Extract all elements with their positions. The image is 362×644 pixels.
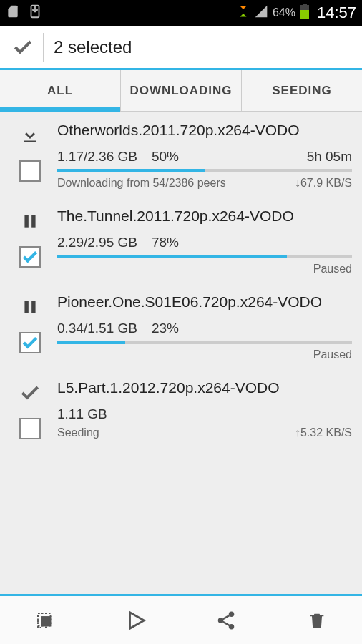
torrent-speed: ↓67.9 KB/S [295,177,352,190]
torrent-status: Seeding [57,426,99,439]
torrent-item[interactable]: L5.Part.1.2012.720p.x264-VODO 1.11 GB Se… [0,369,362,447]
bottom-action-bar [0,594,362,644]
action-bar: 2 selected [0,26,362,70]
item-checkbox[interactable] [19,160,41,182]
torrent-item[interactable]: The.Tunnel.2011.720p.x264-VODO 2.29/2.95… [0,197,362,283]
tab-all[interactable]: ALL [0,70,121,111]
tab-downloading[interactable]: DOWNLOADING [121,70,242,111]
resume-button[interactable] [91,596,182,644]
network-icon [237,5,250,21]
signal-icon [254,4,268,22]
svg-rect-9 [41,617,51,626]
item-checkbox[interactable] [19,332,41,353]
torrent-eta: 5h 05m [307,149,352,165]
torrent-speed: Paused [313,348,352,361]
torrent-item[interactable]: Otherworlds.2011.720p.x264-VODO 1.17/2.3… [0,112,362,197]
pause-icon [21,295,39,319]
done-icon [19,381,41,405]
torrent-speed: ↑5.32 KB/S [295,426,352,439]
tab-seeding[interactable]: SEEDING [242,70,362,111]
battery-icon [300,4,310,23]
selection-count: 2 selected [54,37,132,57]
svg-rect-2 [300,10,309,19]
svg-point-13 [229,624,235,630]
done-button[interactable] [7,31,39,63]
clock: 14:57 [317,4,356,22]
torrent-size: 2.29/2.95 GB [57,235,137,250]
svg-rect-6 [31,215,35,227]
torrent-size: 1.11 GB [57,406,107,422]
torrent-percent: 23% [152,321,179,336]
svg-rect-8 [31,301,35,313]
separator [43,33,44,62]
torrent-speed: Paused [313,263,352,275]
android-status-bar: 64% 14:57 [0,0,362,26]
svg-point-11 [229,611,235,617]
torrent-list: Otherworlds.2011.720p.x264-VODO 1.17/2.3… [0,112,362,447]
update-icon [27,4,43,23]
pause-icon [21,209,39,233]
torrent-percent: 50% [152,149,179,165]
svg-rect-5 [24,215,28,227]
item-checkbox[interactable] [19,418,41,439]
sdcard-icon [6,4,20,22]
svg-point-12 [218,618,224,623]
select-all-button[interactable] [0,596,91,644]
battery-percent: 64% [273,6,295,19]
tab-bar: ALL DOWNLOADING SEEDING [0,70,362,112]
torrent-status: Downloading from 54/2386 peers [57,177,226,190]
svg-rect-3 [303,4,307,6]
torrent-size: 1.17/2.36 GB [57,149,137,165]
torrent-title: The.Tunnel.2011.720p.x264-VODO [57,208,352,225]
torrent-title: L5.Part.1.2012.720p.x264-VODO [57,379,352,396]
download-icon [19,123,41,147]
svg-rect-7 [24,301,28,313]
progress-bar [57,255,352,258]
torrent-title: Otherworlds.2011.720p.x264-VODO [57,122,352,139]
torrent-title: Pioneer.One.S01E06.720p.x264-VODO [57,293,352,311]
delete-button[interactable] [272,596,363,644]
torrent-percent: 78% [152,235,179,250]
progress-bar [57,169,352,172]
progress-bar [57,341,352,344]
share-button[interactable] [181,596,272,644]
item-checkbox[interactable] [19,246,41,268]
torrent-item[interactable]: Pioneer.One.S01E06.720p.x264-VODO 0.34/1… [0,283,362,369]
torrent-size: 0.34/1.51 GB [57,321,137,336]
svg-rect-4 [24,141,36,143]
